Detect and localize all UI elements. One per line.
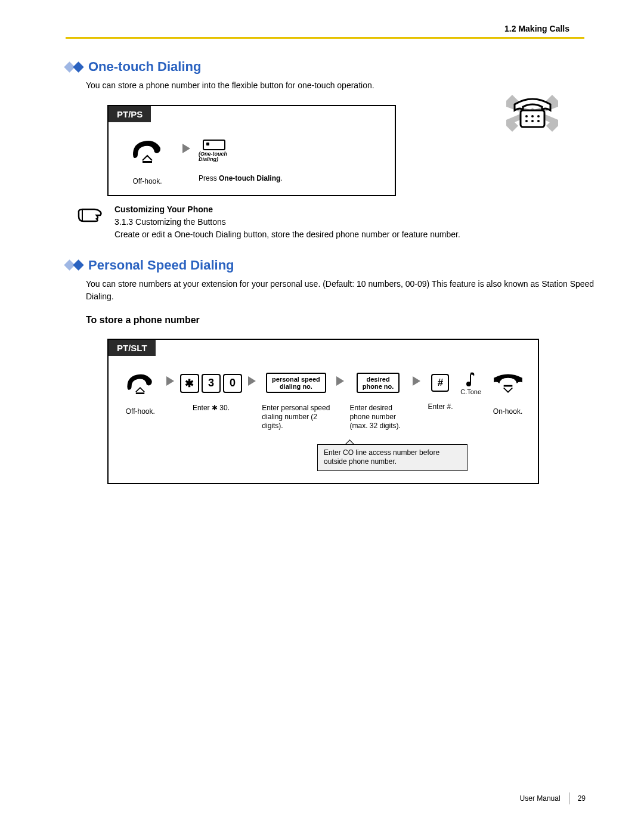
- offhook-icon: [129, 137, 165, 165]
- header-rule: [66, 37, 584, 39]
- diamond-bullet-icon: [66, 63, 82, 71]
- phone-not-applicable-icon: [504, 92, 561, 136]
- key-hash: #: [431, 374, 449, 392]
- svg-rect-19: [503, 385, 512, 386]
- svg-rect-17: [136, 392, 144, 394]
- arrow-icon: [166, 376, 174, 386]
- pointing-hand-icon: [76, 203, 103, 225]
- key-0: 0: [223, 374, 242, 393]
- key-3: 3: [202, 374, 221, 393]
- tab-ptslt: PT/SLT: [109, 340, 156, 356]
- footer-manual: User Manual: [520, 794, 561, 803]
- note-customizing: Customizing Your Phone 3.1.3 Customizing…: [76, 203, 608, 241]
- field-desired-no: desiredphone no.: [357, 373, 400, 393]
- heading-one-touch: One-touch Dialing: [66, 59, 608, 75]
- svg-point-11: [531, 115, 534, 117]
- arrow-icon: [248, 376, 256, 386]
- svg-point-12: [537, 115, 540, 117]
- svg-point-13: [525, 120, 528, 122]
- one-touch-button-icon: (One-touchDialing): [199, 140, 230, 163]
- caption-enter-desired: Enter desired phone number (max. 32 digi…: [350, 404, 407, 431]
- caption-offhook-2: Off-hook.: [126, 407, 155, 416]
- text-one-touch-intro: You can store a phone number into the fl…: [86, 79, 608, 92]
- caption-enter-star30: Enter ✱ 30.: [193, 404, 230, 413]
- subheading-store: To store a phone number: [86, 315, 608, 326]
- onhook-icon: [491, 370, 525, 397]
- key-star: ✱: [180, 374, 199, 393]
- svg-rect-9: [521, 110, 544, 127]
- caption-offhook-1: Off-hook.: [132, 177, 162, 187]
- svg-point-18: [466, 382, 471, 386]
- note-title: Customizing Your Phone: [114, 203, 460, 216]
- svg-rect-16: [143, 161, 152, 163]
- footer-page: 29: [578, 794, 586, 803]
- caption-onhook: On-hook.: [493, 407, 522, 416]
- callout-co-line: Enter CO line access number before outsi…: [317, 444, 467, 471]
- heading-psd: Personal Speed Dialing: [66, 258, 608, 273]
- procedure-ptps: PT/PS Off-hook. (One-touchDialing): [107, 105, 396, 196]
- arrow-icon: [413, 376, 420, 386]
- caption-press-one-touch: Press One-touch Dialing.: [199, 174, 283, 184]
- procedure-ptslt: PT/SLT Off-hook. ✱ 3: [107, 339, 539, 484]
- caption-enter-hash: Enter #.: [428, 402, 453, 411]
- diamond-bullet-icon: [66, 261, 82, 269]
- note-line1: 3.1.3 Customizing the Buttons: [114, 216, 460, 228]
- header-section-ref: 1.2 Making Calls: [66, 24, 569, 33]
- svg-point-14: [531, 120, 534, 122]
- note-line2: Create or edit a One-touch Dialing butto…: [114, 228, 460, 241]
- footer: User Manual 29: [520, 792, 586, 804]
- svg-point-15: [537, 120, 540, 122]
- offhook-icon: [124, 370, 156, 397]
- field-psd-no: personal speeddialing no.: [266, 373, 326, 393]
- caption-enter-psd: Enter personal speed dialing number (2 d…: [262, 404, 330, 431]
- arrow-icon: [182, 144, 190, 153]
- text-psd-intro: You can store numbers at your extension …: [86, 278, 608, 303]
- tab-ptps: PT/PS: [109, 106, 151, 122]
- svg-point-10: [525, 115, 528, 117]
- ctone-icon: C.Tone: [460, 370, 481, 395]
- arrow-icon: [336, 376, 344, 386]
